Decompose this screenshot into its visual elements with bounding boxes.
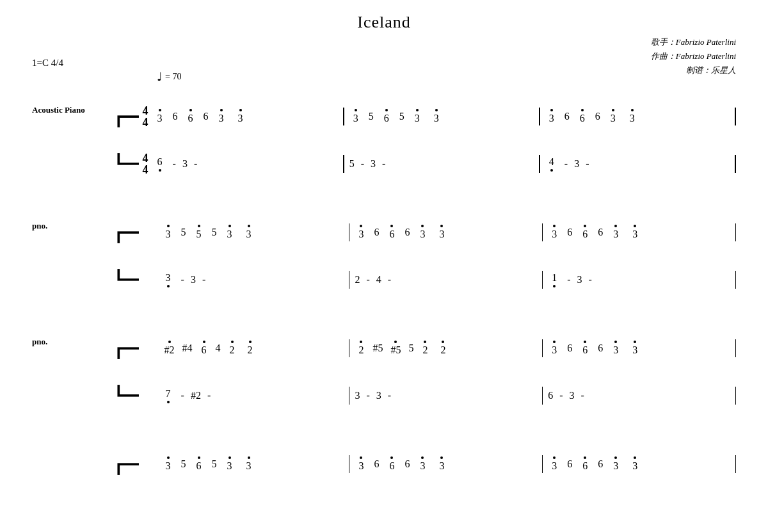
note-cell: 3 — [243, 225, 255, 240]
note-cell: 6 — [184, 109, 197, 124]
note-cell: 6 — [385, 225, 398, 240]
tempo-note-icon: ♩ — [157, 70, 162, 84]
dot-above — [159, 109, 161, 111]
bass-note-cell: 5 — [349, 158, 355, 170]
barline — [539, 155, 540, 173]
treble-m2: 3 5 6 5 3 3 — [349, 109, 534, 124]
system-4: ⌐ 3 5 6 5 3 — [32, 441, 736, 487]
note-cell: 3 — [435, 225, 448, 240]
note-cell: 6 — [579, 225, 591, 240]
note-cell: 3 — [411, 109, 424, 124]
s2-bass-m2: 2 - 4 - — [355, 274, 536, 286]
brace-top: ⌐ — [115, 93, 141, 140]
dot-above — [550, 109, 553, 111]
key-sig-line: 1=C 4/4 — [32, 58, 736, 69]
s4-treble-m2: 3 6 6 6 3 3 — [355, 456, 536, 472]
tempo-line: ♩ = 70 — [157, 70, 736, 84]
barline — [343, 108, 344, 125]
pno-label-2: pno. — [32, 221, 47, 231]
rest-dash: - — [361, 158, 364, 170]
dot-below — [159, 169, 161, 172]
s3-treble-m3: 3 6 6 6 3 3 — [548, 341, 730, 356]
rest-dash: - — [564, 158, 568, 170]
s4-treble-m1: 3 5 6 5 3 3 — [162, 456, 344, 472]
s4-treble-m3: 3 6 6 6 3 3 — [548, 456, 730, 472]
barline-end — [735, 155, 736, 173]
dot-above — [239, 109, 242, 111]
dot-above — [189, 109, 192, 111]
rest-dash: - — [586, 158, 589, 170]
note-cell: 3 — [223, 225, 236, 240]
note-cell: 6 — [564, 111, 570, 122]
s3-treble-m2: 2 #5 #5 5 2 2 — [355, 341, 536, 356]
dot-above — [220, 109, 223, 111]
treble-m3: 3 6 6 6 3 3 — [545, 109, 730, 124]
dot-above — [355, 109, 357, 111]
bass-note-cell: 4 — [545, 156, 558, 172]
composer-line: 作曲：Fabrizio Paterlini — [651, 49, 736, 63]
rest-dash: - — [194, 158, 197, 170]
note-cell: 3 — [626, 109, 639, 124]
bass-m2: 5 - 3 - — [349, 158, 534, 170]
pno-label-3: pno. — [32, 337, 47, 347]
s2-treble-m1: 3 5 5 5 3 3 — [162, 225, 344, 240]
barline-end — [735, 108, 736, 125]
sys1-content: ⌐ 44 3 6 6 6 — [115, 93, 736, 187]
time-sig-bass: 44 — [143, 152, 148, 175]
sys4-content: ⌐ 3 5 6 5 3 — [115, 441, 736, 487]
dot-above — [631, 109, 634, 111]
note-cell: 6 — [173, 111, 178, 122]
time-sig-treble: 44 — [143, 105, 148, 128]
bass-note-cell: 3 — [574, 158, 579, 170]
dot-above — [416, 109, 419, 111]
dot-above — [581, 109, 584, 111]
system-3: pno. ⌐ #2 #4 6 — [32, 325, 736, 419]
s2-treble-m2: 3 6 6 6 3 3 — [355, 225, 536, 240]
s3-bass-m1: 7 - #2 - — [162, 388, 344, 403]
s3-bass-m3: 6 - 3 - — [548, 390, 730, 401]
note-cell: 3 — [545, 109, 558, 124]
s2-bass-m1: 3 - 3 - — [162, 272, 344, 287]
note-cell: 3 — [607, 109, 620, 124]
sheet: Iceland 歌手：Fabrizio Paterlini 作曲：Fabrizi… — [0, 0, 768, 522]
note-cell: 6 — [595, 111, 600, 122]
sys2-content: ⌐ 3 5 5 5 3 — [115, 209, 736, 303]
note-cell: 6 — [380, 109, 393, 124]
note-cell: 3 — [548, 225, 561, 240]
brace-bottom-2: ⌐ — [115, 257, 141, 303]
instrument-label: Acoustic Piano — [32, 105, 85, 115]
meta-box: 歌手：Fabrizio Paterlini 作曲：Fabrizio Paterl… — [651, 35, 736, 77]
note-cell: 3 — [154, 109, 166, 124]
barline — [539, 108, 540, 125]
rest-dash: - — [173, 158, 176, 170]
note-cell: 5 — [369, 111, 374, 122]
piece-title: Iceland — [32, 13, 736, 32]
note-cell: 6 — [204, 111, 209, 122]
brace-top-3: ⌐ — [115, 325, 141, 371]
bass-m1: 6 - 3 - — [154, 156, 339, 172]
s3-bass-m2: 3 - 3 - — [355, 390, 536, 401]
bass-m3: 4 - 3 - — [545, 156, 730, 172]
note-cell: 6 — [576, 109, 589, 124]
note-cell: 3 — [234, 109, 247, 124]
note-cell: 3 — [349, 109, 362, 124]
system-1: Acoustic Piano ⌐ 44 3 6 — [32, 93, 736, 187]
system-2: pno. ⌐ 3 5 5 5 — [32, 209, 736, 303]
transcriber-line: 制谱：乐星人 — [651, 63, 736, 77]
tempo-value: = 70 — [165, 72, 181, 82]
note-cell: 3 — [430, 109, 443, 124]
s2-treble-m3: 3 6 6 6 3 3 — [548, 225, 730, 240]
treble-m1: 3 6 6 6 3 3 — [154, 109, 339, 124]
bass-note-cell: 3 — [371, 158, 376, 170]
note-cell: 3 — [609, 225, 622, 240]
note-cell: 5 — [399, 111, 404, 122]
barline — [343, 155, 344, 173]
dot-above — [612, 109, 614, 111]
brace-bottom-3: ⌐ — [115, 373, 141, 419]
bass-note-cell: 3 — [182, 158, 188, 170]
singer-line: 歌手：Fabrizio Paterlini — [651, 35, 736, 49]
s2-bass-m3: 1 - 3 - — [548, 272, 730, 287]
rest-dash: - — [382, 158, 385, 170]
brace-top-4: ⌐ — [115, 441, 141, 487]
note-cell: 3 — [355, 225, 367, 240]
